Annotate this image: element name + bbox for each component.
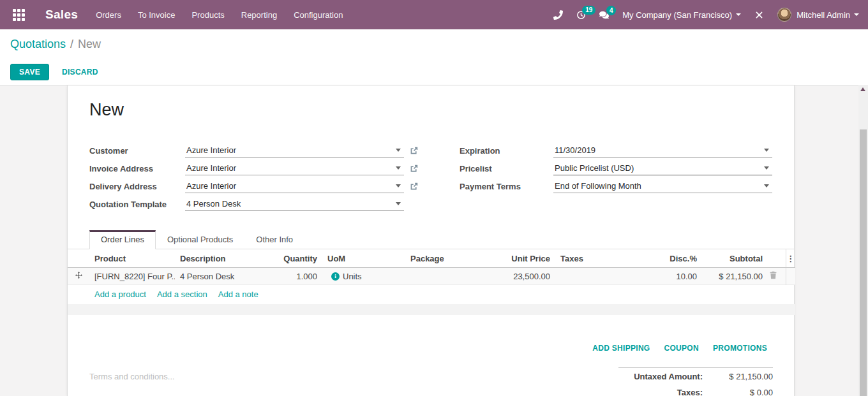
- phone-icon[interactable]: [553, 10, 563, 20]
- delivery-address-input[interactable]: Azure Interior: [185, 180, 404, 193]
- col-product[interactable]: Product: [89, 249, 175, 268]
- menu-configuration[interactable]: Configuration: [294, 10, 343, 20]
- invoice-address-label: Invoice Address: [89, 164, 185, 173]
- dropdown-caret-icon[interactable]: [764, 184, 769, 187]
- col-quantity[interactable]: Quantity: [274, 249, 322, 268]
- order-totals: Untaxed Amount: $ 21,150.00 Taxes: $ 0.0…: [618, 367, 773, 396]
- promotions-button[interactable]: PROMOTIONS: [713, 344, 767, 353]
- payment-terms-input[interactable]: End of Following Month: [553, 180, 772, 193]
- order-line-row[interactable]: [FURN_8220] Four P... 4 Person Desk 1.00…: [68, 268, 795, 285]
- cell-subtotal[interactable]: $ 21,150.00: [702, 268, 768, 285]
- cell-taxes[interactable]: [555, 268, 632, 285]
- navbar-systray: 19 4 My Company (San Francisco) Mitchell…: [553, 8, 859, 22]
- discard-button[interactable]: DISCARD: [58, 64, 102, 80]
- terms-and-conditions-input[interactable]: Terms and conditions...: [89, 372, 357, 381]
- cell-disc[interactable]: 10.00: [632, 268, 702, 285]
- dropdown-caret-icon[interactable]: [764, 149, 769, 152]
- field-quotation-template: Quotation Template 4 Person Desk: [89, 195, 418, 213]
- app-brand-sales[interactable]: Sales: [45, 8, 78, 22]
- invoice-address-input[interactable]: Azure Interior: [185, 162, 404, 175]
- field-pricelist: Pricelist Public Pricelist (USD): [460, 159, 772, 177]
- save-button[interactable]: SAVE: [10, 64, 49, 80]
- delivery-address-external-link-icon[interactable]: [410, 182, 418, 191]
- form-sheet: New Customer Azure Interior: [67, 85, 795, 396]
- messages-icon[interactable]: 4: [599, 10, 609, 20]
- uom-info-icon[interactable]: i: [331, 272, 340, 281]
- dropdown-caret-icon[interactable]: [396, 166, 401, 170]
- add-shipping-button[interactable]: ADD SHIPPING: [592, 344, 650, 353]
- col-description[interactable]: Description: [175, 249, 274, 268]
- field-invoice-address: Invoice Address Azure Interior: [89, 159, 418, 177]
- app-window: Sales Orders To Invoice Products Reporti…: [0, 0, 868, 396]
- activities-clock-icon[interactable]: 19: [576, 10, 586, 20]
- col-package[interactable]: Package: [405, 249, 491, 268]
- cell-product[interactable]: [FURN_8220] Four P...: [89, 268, 175, 285]
- menu-products[interactable]: Products: [191, 10, 224, 20]
- cell-uom[interactable]: i Units: [322, 268, 405, 285]
- menu-orders[interactable]: Orders: [96, 10, 121, 20]
- coupon-button[interactable]: COUPON: [664, 344, 699, 353]
- col-unit-price[interactable]: Unit Price: [491, 249, 555, 268]
- col-taxes[interactable]: Taxes: [555, 249, 632, 268]
- breadcrumb-quotations-link[interactable]: Quotations: [10, 38, 66, 51]
- dropdown-caret-icon[interactable]: [764, 166, 769, 170]
- col-disc[interactable]: Disc.%: [632, 249, 702, 268]
- expiration-input[interactable]: 11/30/2019: [553, 144, 772, 158]
- col-subtotal[interactable]: Subtotal: [702, 249, 768, 268]
- messages-count-badge: 4: [606, 6, 616, 15]
- tab-order-lines[interactable]: Order Lines: [89, 230, 156, 249]
- notebook-tabs: Order Lines Optional Products Other Info: [68, 230, 794, 249]
- menu-reporting[interactable]: Reporting: [241, 10, 277, 20]
- dropdown-caret-icon[interactable]: [396, 202, 401, 205]
- menu-to-invoice[interactable]: To Invoice: [138, 10, 176, 20]
- cell-unit-price[interactable]: 23,500.00: [491, 268, 555, 285]
- pricelist-input[interactable]: Public Pricelist (USD): [553, 162, 772, 175]
- dropdown-caret-icon[interactable]: [396, 149, 401, 152]
- taxes-label: Taxes:: [677, 388, 703, 396]
- developer-tools-icon[interactable]: [754, 10, 764, 20]
- add-a-note-link[interactable]: Add a note: [218, 290, 258, 299]
- main-menu: Orders To Invoice Products Reporting Con…: [96, 10, 343, 20]
- taxes-row: Taxes: $ 0.00: [618, 384, 773, 396]
- cell-quantity[interactable]: 1.000: [274, 268, 322, 285]
- invoice-address-external-link-icon[interactable]: [410, 165, 418, 173]
- company-switcher[interactable]: My Company (San Francisco): [622, 10, 741, 20]
- untaxed-amount-label: Untaxed Amount:: [634, 372, 703, 381]
- col-uom[interactable]: UoM: [322, 249, 405, 268]
- payment-terms-label: Payment Terms: [460, 182, 553, 191]
- fields-right-group: Expiration 11/30/2019 Pricelist P: [460, 142, 772, 213]
- cell-package[interactable]: [405, 268, 491, 285]
- chevron-down-icon: [854, 13, 859, 16]
- scroll-up-arrow-icon[interactable]: [860, 87, 865, 91]
- tab-other-info[interactable]: Other Info: [244, 230, 304, 249]
- vertical-scrollbar[interactable]: [858, 85, 868, 396]
- quotation-template-input[interactable]: 4 Person Desk: [185, 198, 404, 211]
- user-menu[interactable]: Mitchell Admin: [777, 8, 859, 22]
- customer-label: Customer: [89, 146, 185, 156]
- add-a-section-link[interactable]: Add a section: [157, 290, 207, 299]
- optional-columns-toggle[interactable]: ⋮: [786, 249, 795, 268]
- customer-input[interactable]: Azure Interior: [185, 144, 404, 158]
- drag-handle-icon[interactable]: [75, 271, 83, 279]
- field-expiration: Expiration 11/30/2019: [460, 142, 772, 159]
- record-title: New: [89, 98, 794, 121]
- taxes-value: $ 0.00: [703, 388, 773, 396]
- customer-external-link-icon[interactable]: [410, 147, 418, 155]
- breadcrumb: Quotations / New: [0, 29, 868, 59]
- field-customer: Customer Azure Interior: [89, 142, 418, 159]
- form-fields: Customer Azure Interior Invoic: [89, 142, 772, 213]
- tab-optional-products[interactable]: Optional Products: [156, 230, 244, 249]
- apps-menu-icon[interactable]: [13, 9, 25, 21]
- expiration-label: Expiration: [460, 146, 553, 156]
- quotation-template-label: Quotation Template: [89, 200, 185, 209]
- field-payment-terms: Payment Terms End of Following Month: [460, 177, 772, 195]
- company-name: My Company (San Francisco): [622, 10, 732, 20]
- form-action-bar: SAVE DISCARD: [0, 59, 868, 85]
- delete-line-icon[interactable]: [769, 271, 777, 279]
- table-header-row: Product Description Quantity UoM Package…: [68, 249, 795, 268]
- dropdown-caret-icon[interactable]: [396, 184, 401, 187]
- scrollbar-thumb[interactable]: [860, 129, 867, 396]
- cell-description[interactable]: 4 Person Desk: [175, 268, 274, 285]
- empty-stripe-row: [68, 304, 795, 315]
- add-a-product-link[interactable]: Add a product: [94, 290, 146, 299]
